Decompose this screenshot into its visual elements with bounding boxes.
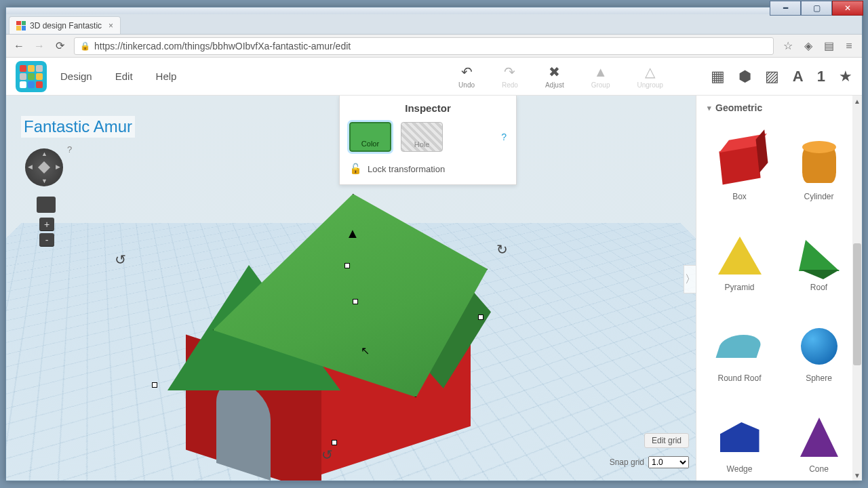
group-icon: ▲	[594, 64, 608, 80]
selection-handle[interactable]	[478, 314, 484, 320]
extension-icon[interactable]: ◈	[802, 40, 814, 52]
reload-icon[interactable]: ⟳	[54, 40, 66, 52]
shape-pyramid[interactable]: Pyramid	[701, 211, 778, 292]
inspector-title: Inspector	[349, 102, 507, 114]
shape-sphere[interactable]: Sphere	[780, 302, 858, 383]
scroll-up-icon[interactable]: ▲	[852, 96, 862, 106]
help-icon[interactable]: ?	[67, 144, 72, 155]
workspace: Fantastic Amur ? ▲ ▼ ◀ ▶ + -	[6, 96, 862, 481]
undo-button[interactable]: ↶Undo	[458, 64, 475, 89]
scrollbar-track[interactable]: ▲ ▼	[852, 96, 862, 481]
project-name[interactable]: Fantastic Amur	[21, 116, 135, 138]
scroll-down-icon[interactable]: ▼	[852, 470, 862, 481]
shape-round-roof[interactable]: Round Roof	[701, 302, 778, 383]
zoom-controls: + -	[39, 218, 54, 249]
view-cube-icon[interactable]: ⬢	[738, 68, 751, 85]
adjust-icon: ✖	[549, 64, 560, 80]
selection-handle[interactable]	[344, 263, 350, 268]
selection-handle[interactable]	[332, 440, 337, 445]
number-icon[interactable]: 1	[817, 68, 825, 85]
browser-window: ━ ▢ ✕ 3D design Fantastic × ← → ⟳ 🔒 http…	[5, 7, 863, 481]
group-button[interactable]: ▲Group	[591, 64, 610, 89]
tab-title: 3D design Fantastic	[30, 21, 102, 30]
selection-handle[interactable]	[152, 382, 157, 388]
canvas[interactable]: Fantastic Amur ? ▲ ▼ ◀ ▶ + -	[6, 96, 696, 481]
shape-cone[interactable]: Cone	[780, 392, 858, 474]
tab-strip: 3D design Fantastic ×	[6, 14, 862, 35]
ungroup-icon: △	[645, 64, 655, 80]
adjust-button[interactable]: ✖Adjust	[545, 64, 564, 89]
home-view-button[interactable]	[37, 197, 56, 213]
shapes-sidebar: Geometric Box Cylinder Pyramid Roof Roun…	[696, 96, 862, 481]
shape-box[interactable]: Box	[701, 120, 778, 201]
url-field[interactable]: 🔒 https://tinkercad.com/things/bbhwOIbvf…	[74, 37, 774, 55]
url-text: https://tinkercad.com/things/bbhwOIbvfXa…	[94, 41, 351, 52]
shapes-category-header[interactable]: Geometric	[696, 96, 862, 120]
text-icon[interactable]: A	[793, 68, 804, 85]
bookmark-star-icon[interactable]: ☆	[782, 40, 794, 52]
tinkercad-favicon	[16, 21, 26, 30]
panel-expand-button[interactable]: 〉	[684, 265, 696, 293]
back-icon[interactable]: ←	[13, 40, 25, 52]
star-icon[interactable]: ★	[839, 68, 852, 85]
menu-icon[interactable]: ≡	[843, 40, 855, 52]
edit-grid-button[interactable]: Edit grid	[644, 433, 689, 448]
selection-handle[interactable]	[353, 299, 358, 304]
lock-open-icon[interactable]: 🔓	[349, 163, 362, 175]
close-icon[interactable]: ×	[108, 21, 113, 30]
zoom-in-button[interactable]: +	[39, 218, 54, 231]
shape-roof[interactable]: Roof	[780, 211, 858, 292]
window-minimize[interactable]: ━	[770, 1, 801, 16]
titlebar	[6, 7, 862, 14]
lock-label[interactable]: Lock transformation	[368, 164, 445, 174]
window-maximize[interactable]: ▢	[801, 1, 832, 16]
page-icon[interactable]: ▤	[823, 40, 835, 52]
menu-edit[interactable]: Edit	[115, 70, 133, 82]
snap-grid-select[interactable]: 1.0	[648, 456, 689, 468]
menu-help[interactable]: Help	[156, 70, 177, 82]
shape-cylinder[interactable]: Cylinder	[780, 120, 858, 201]
browser-tab[interactable]: 3D design Fantastic ×	[9, 16, 121, 34]
rotate-handle-icon[interactable]: ↻	[496, 241, 508, 258]
redo-icon: ↷	[504, 64, 515, 80]
color-swatch[interactable]: Color	[349, 122, 391, 152]
snap-grid-label: Snap grid	[610, 458, 644, 467]
scrollbar-thumb[interactable]	[853, 243, 861, 365]
app-header: Design Edit Help ↶Undo ↷Redo ✖Adjust ▲Gr…	[6, 58, 862, 96]
shape-wedge[interactable]: Wedge	[701, 392, 778, 474]
hole-swatch[interactable]: Hole	[401, 122, 443, 152]
inspector-panel: Inspector Color Hole ? 🔓 Lock transforma…	[339, 96, 517, 185]
redo-button[interactable]: ↷Redo	[502, 64, 518, 89]
inspector-help-icon[interactable]: ?	[501, 131, 507, 142]
pattern-icon[interactable]: ▨	[765, 68, 779, 85]
rotate-handle-icon[interactable]: ↺	[321, 447, 333, 463]
menu-design[interactable]: Design	[60, 70, 92, 82]
ungroup-button[interactable]: △Ungroup	[637, 64, 663, 89]
undo-icon: ↶	[461, 64, 473, 80]
orbit-control[interactable]: ▲ ▼ ◀ ▶	[25, 148, 63, 186]
zoom-out-button[interactable]: -	[39, 233, 54, 247]
url-bar: ← → ⟳ 🔒 https://tinkercad.com/things/bbh…	[6, 35, 862, 58]
model-house[interactable]: ▲ ↖ ↻ ↺ ↻	[135, 177, 488, 462]
rotate-handle-icon[interactable]: ↻	[115, 251, 126, 268]
forward-icon[interactable]: →	[33, 40, 45, 52]
lock-icon: 🔒	[80, 41, 90, 51]
snap-grid-control: Snap grid 1.0	[610, 456, 689, 468]
workplane-icon[interactable]: ▦	[711, 68, 725, 85]
window-close[interactable]: ✕	[832, 1, 863, 16]
tinkercad-logo[interactable]	[16, 61, 47, 92]
axis-arrow-icon[interactable]: ▲	[346, 226, 359, 241]
